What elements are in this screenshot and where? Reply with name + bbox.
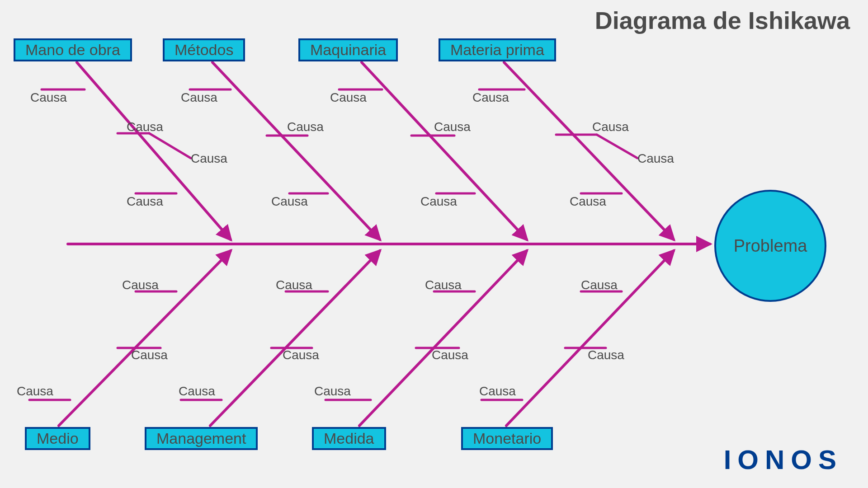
- cause-label: Causa: [271, 194, 308, 209]
- cause-label: Causa: [314, 384, 351, 399]
- cause-label: Causa: [127, 120, 163, 134]
- cause-label: Causa: [581, 278, 618, 292]
- category-box: Métodos: [163, 38, 245, 61]
- cause-label: Causa: [434, 120, 471, 134]
- cause-label: Causa: [592, 120, 629, 134]
- category-box: Monetario: [461, 427, 553, 450]
- cause-label: Causa: [588, 348, 624, 362]
- category-box: Mano de obra: [14, 38, 132, 61]
- cause-label: Causa: [479, 384, 516, 399]
- svg-line-31: [506, 251, 674, 426]
- cause-label: Causa: [127, 194, 163, 209]
- category-box: Medio: [25, 427, 90, 450]
- cause-label: Causa: [179, 384, 215, 399]
- cause-label: Causa: [122, 278, 159, 292]
- category-box: Maquinaria: [298, 38, 398, 61]
- cause-label: Causa: [17, 384, 53, 399]
- cause-label: Causa: [432, 348, 468, 362]
- cause-label: Causa: [425, 278, 462, 292]
- cause-label: Causa: [283, 348, 319, 362]
- cause-label: Causa: [287, 120, 324, 134]
- category-box: Medida: [312, 427, 386, 450]
- cause-label: Causa: [420, 194, 457, 209]
- svg-line-14: [504, 62, 674, 239]
- sub-cause-label: Causa: [191, 151, 227, 166]
- cause-label: Causa: [131, 348, 168, 362]
- category-box: Materia prima: [439, 38, 556, 61]
- cause-label: Causa: [276, 278, 312, 292]
- cause-label: Causa: [472, 90, 509, 105]
- cause-label: Causa: [30, 90, 67, 105]
- problem-node: Problema: [714, 190, 826, 302]
- cause-label: Causa: [570, 194, 606, 209]
- cause-label: Causa: [181, 90, 217, 105]
- cause-label: Causa: [330, 90, 367, 105]
- sub-cause-label: Causa: [637, 151, 674, 166]
- svg-line-17: [597, 135, 637, 158]
- category-box: Management: [145, 427, 258, 450]
